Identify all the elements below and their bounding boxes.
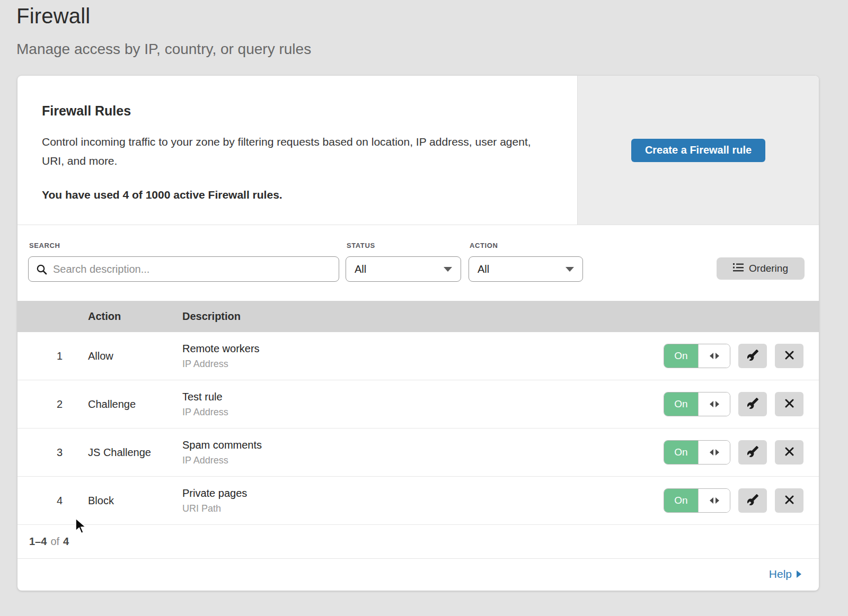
create-rule-panel: Create a Firewall rule	[577, 76, 819, 225]
arrow-right-icon	[716, 401, 719, 407]
rule-match-type: URI Path	[182, 503, 664, 514]
rule-enabled-toggle[interactable]: On	[664, 344, 730, 368]
rule-match-type: IP Address	[182, 407, 664, 418]
edit-rule-button[interactable]	[738, 488, 767, 513]
status-label: STATUS	[347, 242, 375, 249]
rule-controls: On	[664, 392, 819, 416]
delete-rule-button[interactable]	[775, 344, 803, 368]
status-select[interactable]: All	[346, 256, 461, 282]
arrow-right-icon	[716, 497, 719, 504]
ordering-button-label: Ordering	[749, 263, 788, 274]
action-label: ACTION	[470, 242, 498, 249]
pagination-of: of	[50, 535, 59, 548]
rule-priority: 2	[17, 398, 88, 410]
rules-usage-text: You have used 4 of 1000 active Firewall …	[42, 189, 545, 201]
pagination-range: 1–4	[29, 535, 47, 548]
rule-description: Test rule	[182, 391, 664, 403]
rule-action: JS Challenge	[88, 447, 182, 459]
help-link[interactable]: Help	[769, 568, 801, 581]
toggle-handle	[698, 344, 730, 368]
arrow-left-icon	[710, 401, 713, 407]
toggle-handle	[698, 489, 730, 512]
toggle-handle	[698, 392, 730, 416]
arrow-left-icon	[710, 497, 713, 504]
rule-description: Remote workers	[182, 343, 664, 355]
edit-rule-button[interactable]	[738, 344, 767, 368]
create-firewall-rule-button[interactable]: Create a Firewall rule	[631, 139, 765, 162]
wrench-icon	[747, 494, 759, 507]
rule-controls: On	[664, 440, 819, 465]
mouse-cursor	[75, 517, 89, 537]
wrench-icon	[747, 397, 759, 411]
rule-priority: 1	[17, 350, 88, 362]
arrow-left-icon	[710, 353, 713, 359]
ordering-button[interactable]: Ordering	[717, 257, 805, 280]
table-row: 4 Block Private pages URI Path On	[17, 477, 819, 525]
card-top-section: Firewall Rules Control incoming traffic …	[17, 76, 819, 225]
rule-description-cell: Spam comments IP Address	[182, 439, 664, 466]
arrow-right-icon	[797, 570, 801, 578]
close-icon	[784, 447, 794, 458]
rule-priority: 4	[17, 495, 88, 507]
rule-action: Block	[88, 495, 182, 507]
column-header-description: Description	[182, 310, 819, 323]
table-row: 3 JS Challenge Spam comments IP Address …	[17, 428, 819, 477]
search-icon	[36, 264, 48, 278]
delete-rule-button[interactable]	[775, 392, 803, 416]
edit-rule-button[interactable]	[738, 392, 767, 416]
edit-rule-button[interactable]	[738, 440, 767, 465]
rule-description-cell: Test rule IP Address	[182, 391, 664, 418]
table-row: 2 Challenge Test rule IP Address On	[17, 380, 819, 428]
rule-enabled-toggle[interactable]: On	[664, 440, 730, 465]
wrench-icon	[747, 349, 759, 363]
chevron-down-icon	[444, 267, 452, 272]
toggle-on-label: On	[664, 489, 698, 512]
table-header: Action Description	[17, 301, 819, 332]
toggle-on-label: On	[664, 441, 698, 464]
search-field	[28, 256, 339, 282]
rule-controls: On	[664, 488, 819, 513]
card-description: Control incoming traffic to your zone by…	[42, 132, 545, 171]
toggle-on-label: On	[664, 392, 698, 416]
status-selected-value: All	[355, 263, 366, 275]
rule-match-type: IP Address	[182, 455, 664, 466]
search-input[interactable]	[29, 257, 339, 281]
arrow-right-icon	[716, 353, 719, 359]
arrow-right-icon	[716, 449, 719, 456]
action-select[interactable]: All	[469, 256, 583, 282]
rule-description: Private pages	[182, 487, 664, 499]
column-header-action: Action	[88, 310, 182, 323]
rule-enabled-toggle[interactable]: On	[664, 392, 730, 416]
page-subtitle: Manage access by IP, country, or query r…	[16, 41, 311, 58]
page-header: Firewall Manage access by IP, country, o…	[16, 4, 311, 58]
delete-rule-button[interactable]	[775, 488, 803, 513]
rule-description-cell: Remote workers IP Address	[182, 343, 664, 370]
delete-rule-button[interactable]	[775, 440, 803, 465]
pagination-status: 1–4 of 4	[17, 525, 819, 558]
filter-bar: SEARCH STATUS All ACTION All Ordering	[17, 225, 819, 301]
rule-controls: On	[664, 344, 819, 368]
card-intro: Firewall Rules Control incoming traffic …	[17, 76, 577, 225]
rule-priority: 3	[17, 447, 88, 459]
wrench-icon	[747, 445, 759, 459]
rule-match-type: IP Address	[182, 359, 664, 370]
action-selected-value: All	[478, 263, 489, 275]
card-footer: Help	[17, 558, 819, 590]
chevron-down-icon	[566, 267, 574, 272]
rule-description-cell: Private pages URI Path	[182, 487, 664, 514]
arrow-left-icon	[710, 449, 713, 456]
table-row: 1 Allow Remote workers IP Address On	[17, 332, 819, 380]
rule-enabled-toggle[interactable]: On	[664, 488, 730, 513]
ordered-list-icon	[733, 263, 744, 275]
rule-action: Challenge	[88, 398, 182, 410]
pagination-total: 4	[63, 535, 69, 548]
rule-action: Allow	[88, 350, 182, 362]
card-heading: Firewall Rules	[42, 103, 545, 119]
search-label: SEARCH	[29, 242, 60, 249]
toggle-handle	[698, 441, 730, 464]
close-icon	[784, 495, 794, 506]
close-icon	[784, 350, 794, 362]
page-title: Firewall	[16, 4, 311, 28]
toggle-on-label: On	[664, 344, 698, 368]
firewall-rules-card: Firewall Rules Control incoming traffic …	[17, 76, 819, 591]
